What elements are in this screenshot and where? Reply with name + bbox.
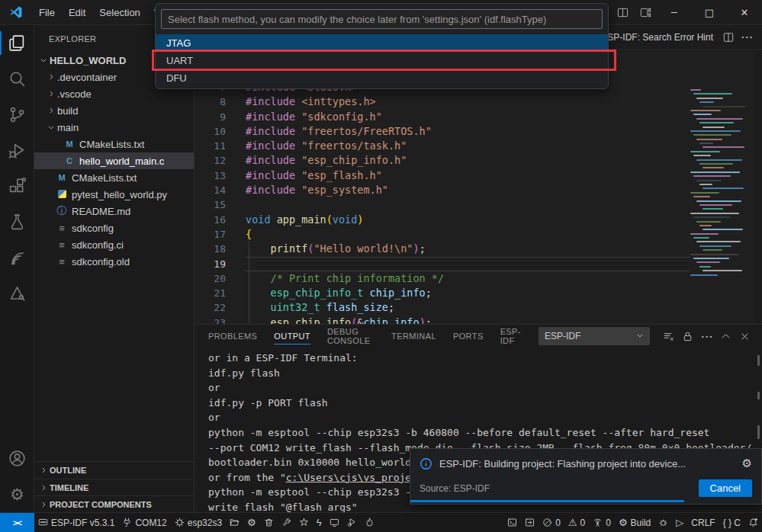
activity-espressif-icon[interactable] xyxy=(0,240,34,276)
notification-settings-gear-icon[interactable]: ⚙ xyxy=(742,457,752,470)
maximize-button[interactable]: □ xyxy=(692,0,727,25)
split-editor-icon[interactable] xyxy=(611,0,634,25)
code-editor[interactable]: 7#include <stdio.h>8#include <inttypes.h… xyxy=(195,50,762,324)
split-editor-icon[interactable] xyxy=(719,28,738,46)
line-number: 14 xyxy=(195,183,246,197)
section-timeline[interactable]: TIMELINE xyxy=(34,479,194,495)
output-path-link[interactable]: c:\Users\cjs\vs_proje xyxy=(286,472,411,483)
activity-esp-tools-icon[interactable] xyxy=(0,276,34,312)
status-star-icon[interactable] xyxy=(295,513,313,532)
maximize-panel-icon[interactable] xyxy=(716,327,735,345)
code-line-9[interactable]: 9#include "sdkconfig.h" xyxy=(195,110,762,124)
output-channel-select[interactable]: ESP-IDF xyxy=(539,327,650,345)
status-arrow-box-icon[interactable] xyxy=(521,513,539,532)
status-monitor-icon[interactable] xyxy=(326,513,343,532)
status-gear-icon[interactable]: ⚙ xyxy=(243,513,260,532)
code-line-15[interactable]: 15 xyxy=(195,197,762,212)
close-panel-icon[interactable] xyxy=(735,327,754,345)
zap-icon: ϟ xyxy=(317,518,322,527)
lines-file-icon: ≡ xyxy=(56,239,68,251)
code-line-23[interactable]: 23 esp_chip_info(&chip_info); xyxy=(195,316,762,324)
section-outline[interactable]: OUTLINE xyxy=(34,462,194,479)
panel-tab-output[interactable]: OUTPUT xyxy=(274,325,310,348)
activity-search-icon[interactable] xyxy=(0,61,34,97)
panel-tab-esp-idf[interactable]: ESP-IDF xyxy=(500,325,522,348)
panel-tab-terminal[interactable]: TERMINAL xyxy=(391,325,436,348)
status-zap-icon[interactable]: ϟ xyxy=(313,513,326,532)
search-error-hint-action[interactable]: ESP-IDF: Search Error Hint xyxy=(601,32,713,43)
more-actions-icon[interactable]: ⋯ xyxy=(697,327,716,345)
tree-item-sdkconfig-ci[interactable]: ≡sdkconfig.ci xyxy=(34,236,194,253)
tree-item-readme-md[interactable]: ⓘREADME.md xyxy=(34,203,194,220)
status-terminal-box-icon[interactable] xyxy=(503,513,521,532)
status-play-icon[interactable]: ▷ xyxy=(672,513,687,532)
code-line-12[interactable]: 12#include "esp_chip_info.h" xyxy=(195,153,762,168)
lock-icon[interactable] xyxy=(678,327,697,345)
activity-settings-gear-icon[interactable]: ⚙ xyxy=(0,476,34,512)
activity-source-control-icon[interactable] xyxy=(0,97,34,133)
close-button[interactable]: ✕ xyxy=(727,0,762,25)
status-bell-icon[interactable] xyxy=(744,513,762,532)
minimize-button[interactable]: ─ xyxy=(657,0,692,25)
cancel-button[interactable]: Cancel xyxy=(699,479,752,497)
section-project-components[interactable]: PROJECT COMPONENTS xyxy=(34,495,194,512)
status-debug-icon[interactable] xyxy=(343,513,361,532)
code-line-10[interactable]: 10#include "freertos/FreeRTOS.h" xyxy=(195,124,762,139)
status-warning-icon[interactable]: ⚠0 xyxy=(564,513,589,532)
status-remote-icon[interactable]: >< xyxy=(0,513,34,532)
code-line-13[interactable]: 13#include "esp_flash.h" xyxy=(195,168,762,183)
status-chip-icon[interactable]: esp32s3 xyxy=(171,513,226,532)
code-line-18[interactable]: 18 printf("Hello world!\n"); xyxy=(195,242,762,256)
menu-edit[interactable]: Edit xyxy=(62,0,92,24)
activity-run-debug-icon[interactable] xyxy=(0,133,34,168)
status-folder-opened-icon[interactable] xyxy=(226,513,243,532)
clear-output-icon[interactable] xyxy=(659,327,678,345)
code-line-21[interactable]: 21 esp_chip_info_t chip_info; xyxy=(195,286,762,300)
status-error-icon[interactable]: 0 xyxy=(539,513,564,532)
quickpick-item-dfu[interactable]: DFU xyxy=(156,69,608,87)
editor-scrollbar[interactable] xyxy=(754,50,762,324)
panel-tab-debug-console[interactable]: DEBUG CONSOLE xyxy=(327,325,375,348)
code-line-22[interactable]: 22 uint32_t flash_size; xyxy=(195,300,762,315)
tree-item-cmakelists-txt[interactable]: MCMakeLists.txt xyxy=(34,136,194,152)
status-gear-icon[interactable]: ⚙Build xyxy=(615,513,654,532)
panel-tab-ports[interactable]: PORTS xyxy=(453,325,484,348)
tree-item-build[interactable]: build xyxy=(34,102,194,119)
status-espidf-icon[interactable]: ESP-IDF v5.3.1 xyxy=(34,513,118,532)
status-crlf[interactable]: CRLF xyxy=(687,513,719,532)
status-trash-icon[interactable] xyxy=(260,513,278,532)
code-line-17[interactable]: 17{ xyxy=(195,227,762,242)
status-wrench-icon[interactable] xyxy=(278,513,295,532)
code-line-19[interactable]: 19 xyxy=(195,257,762,271)
menu-file[interactable]: File xyxy=(32,0,62,24)
status--c[interactable]: { } C xyxy=(719,513,744,532)
tree-item-sdkconfig[interactable]: ≡sdkconfig xyxy=(34,220,194,236)
activity-extensions-icon[interactable] xyxy=(0,168,34,204)
customize-layout-icon[interactable] xyxy=(634,0,657,25)
tree-item-sdkconfig-old[interactable]: ≡sdkconfig.old xyxy=(34,253,194,270)
code-line-14[interactable]: 14#include "esp_system.h" xyxy=(195,183,762,197)
warning-icon: ⚠ xyxy=(568,518,577,527)
status-plug-icon[interactable]: COM12 xyxy=(118,513,170,532)
tree-item-cmakelists-txt[interactable]: MCMakeLists.txt xyxy=(34,169,194,186)
menu-selection[interactable]: Selection xyxy=(92,0,146,24)
activity-explorer-icon[interactable] xyxy=(0,25,34,61)
activity-account-icon[interactable] xyxy=(0,441,34,476)
code-line-20[interactable]: 20 /* Print chip information */ xyxy=(195,271,762,286)
status-bug-icon[interactable] xyxy=(654,513,672,532)
code-line-16[interactable]: 16void app_main(void) xyxy=(195,213,762,227)
tree-item-hello-world-main-c[interactable]: Chello_world_main.c xyxy=(34,152,194,169)
status-flame-icon[interactable] xyxy=(361,513,378,532)
panel-tab-problems[interactable]: PROBLEMS xyxy=(208,325,257,348)
quickpick-input[interactable]: Select flash method, you can modify the … xyxy=(161,9,603,29)
code-line-8[interactable]: 8#include <inttypes.h> xyxy=(195,95,762,109)
tree-item-pytest-hello-world-py[interactable]: pytest_hello_world.py xyxy=(34,186,194,203)
activity-testing-icon[interactable] xyxy=(0,204,34,240)
more-actions-icon[interactable]: ⋯ xyxy=(738,28,756,46)
minimap[interactable] xyxy=(690,89,754,295)
tree-item-main[interactable]: main xyxy=(34,119,194,136)
status-broadcast-icon[interactable]: 0 xyxy=(589,513,615,532)
quickpick-item-uart[interactable]: UART xyxy=(156,52,608,69)
code-line-11[interactable]: 11#include "freertos/task.h" xyxy=(195,139,762,153)
quickpick-item-jtag[interactable]: JTAG xyxy=(156,34,608,52)
